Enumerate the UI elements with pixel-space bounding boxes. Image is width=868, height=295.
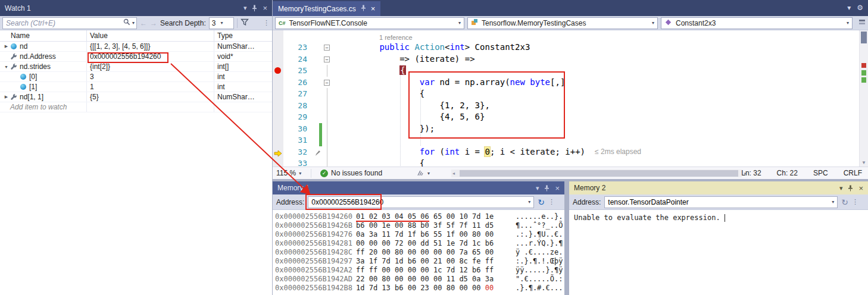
watch-value-cell[interactable]: {[[1, 2, 3], [4, 5, 6]]}: [87, 42, 214, 51]
memory1-address-combo[interactable]: ▾: [308, 196, 534, 208]
memory-row[interactable]: 0x000002556B1942AD22 00 80 00 00 00 00 1…: [275, 275, 564, 284]
code-text[interactable]: });: [333, 123, 435, 135]
code-text[interactable]: for (int i = 0; i < iterate; i++): [333, 146, 585, 158]
watch-name-cell[interactable]: [1]: [0, 82, 87, 92]
collapse-minus-icon[interactable]: −: [324, 57, 330, 62]
memory2-titlebar[interactable]: Memory 2 ▾ ×: [569, 181, 868, 194]
watch-value-cell[interactable]: {int[2]}: [87, 62, 214, 71]
watch-name-cell[interactable]: nd.Address: [0, 52, 87, 61]
search-depth-dropdown[interactable]: 3 ▾: [209, 17, 234, 29]
column-header-type[interactable]: Type: [214, 30, 272, 41]
memory-hex-bytes[interactable]: 22 00 80 00 00 00 00 11 d5 0a 3a: [356, 275, 516, 284]
scroll-left-arrow-icon[interactable]: ◂: [452, 170, 455, 177]
fold-collapse-box[interactable]: −: [322, 77, 333, 89]
memory1-titlebar[interactable]: Memory 1 ▾ ×: [273, 181, 564, 194]
document-list-chevron-icon[interactable]: ▾: [847, 4, 851, 12]
column-header-value[interactable]: Value: [87, 30, 214, 41]
perf-tip[interactable]: ≤ 2ms elapsed: [595, 146, 641, 158]
expander-collapsed-icon[interactable]: ▶: [2, 95, 10, 99]
breakpoint-indicator[interactable]: [273, 65, 283, 77]
memory1-hex-dump[interactable]: 0x000002556B19426001 02 03 04 05 06 65 0…: [273, 210, 564, 293]
editor-vertical-scrollbar[interactable]: ▼: [859, 30, 868, 167]
split-window-icon[interactable]: [858, 18, 866, 27]
expander-collapsed-icon[interactable]: ▶: [2, 44, 10, 49]
search-options-chevron-icon[interactable]: ▾: [132, 20, 135, 26]
watch-name-cell[interactable]: [0]: [0, 72, 87, 81]
memory2-content[interactable]: Unable to evaluate the expression.: [569, 210, 868, 225]
code-text[interactable]: {: [333, 65, 406, 77]
memory-hex-bytes[interactable]: 0a 3a 11 7d 1f b6 55 1f 00 80 00: [356, 230, 516, 239]
issues-indicator[interactable]: ✓ No issues found: [320, 167, 382, 179]
scroll-down-arrow-icon[interactable]: ▼: [860, 160, 868, 165]
watch-value-cell[interactable]: 3: [87, 72, 214, 81]
document-tab[interactable]: MemoryTestingCases.cs ×: [273, 1, 380, 16]
watch-row[interactable]: ▶nd{[[1, 2, 3], [4, 5, 6]]}NumShar…: [0, 42, 272, 52]
watch-value-cell[interactable]: {5}: [87, 92, 214, 102]
memory-hex-bytes[interactable]: b6 00 1e 00 88 b0 3f 5f 7f 11 d5: [356, 221, 516, 230]
watch-row[interactable]: [1]1int: [0, 82, 272, 92]
fold-collapse-box[interactable]: −: [322, 42, 333, 54]
close-icon[interactable]: ×: [263, 4, 267, 12]
fold-collapse-box[interactable]: −: [322, 54, 333, 65]
zoom-dropdown[interactable]: 115 % ▾: [276, 167, 301, 179]
search-next-icon[interactable]: →: [150, 19, 157, 27]
pin-icon[interactable]: [252, 5, 257, 12]
code-cleanup-icon[interactable]: ▾: [417, 167, 430, 179]
watch-search-box[interactable]: ▾: [2, 17, 137, 29]
window-menu-chevron-icon[interactable]: ▾: [536, 184, 539, 192]
toolbar-overflow-icon[interactable]: ⋮: [852, 198, 858, 206]
watch-titlebar[interactable]: Watch 1 ▾ ×: [0, 0, 272, 16]
watch-row[interactable]: ▼nd.strides{int[2]}int[]: [0, 62, 272, 72]
toolbar-overflow-icon[interactable]: ⋮: [548, 198, 555, 206]
refresh-icon[interactable]: ↻: [841, 197, 848, 207]
code-text[interactable]: {: [333, 158, 424, 167]
space-mode-indicator[interactable]: SPC: [813, 169, 828, 177]
window-menu-chevron-icon[interactable]: ▾: [243, 4, 247, 12]
collapse-minus-icon[interactable]: −: [324, 80, 330, 86]
close-icon[interactable]: ×: [555, 184, 560, 193]
scrollbar-thumb[interactable]: [861, 32, 867, 43]
code-text[interactable]: var nd = np.array(new byte[,]: [333, 77, 565, 89]
scrollbar-thumb[interactable]: [460, 170, 738, 177]
memory-hex-bytes[interactable]: ff ff 00 00 00 00 1c 7d 12 b6 ff: [356, 266, 516, 275]
tab-close-icon[interactable]: ×: [371, 4, 376, 13]
editor-horizontal-scrollbar[interactable]: ◂ ▸: [451, 170, 742, 177]
search-prev-icon[interactable]: ←: [140, 19, 147, 27]
memory-hex-bytes[interactable]: 1d 7d 13 b6 00 23 00 80 00 00 00: [356, 284, 516, 293]
tab-pin-icon[interactable]: [361, 5, 366, 13]
member-dropdown[interactable]: Constant2x3 ▾: [661, 17, 853, 29]
refresh-icon[interactable]: ↻: [538, 197, 545, 207]
code-area[interactable]: 1 reference23− public Action<int> Consta…: [273, 30, 859, 167]
collapse-minus-icon[interactable]: −: [324, 45, 330, 51]
watch-row[interactable]: nd.Address0x000002556b194260void*: [0, 52, 272, 62]
code-text[interactable]: {1, 2, 3},: [333, 100, 490, 112]
gear-icon[interactable]: ⚙: [857, 4, 863, 12]
type-dropdown[interactable]: Tensorflow.MemoryTestingCases ▾: [467, 17, 658, 29]
pin-icon[interactable]: [544, 185, 549, 192]
close-icon[interactable]: ×: [858, 184, 863, 193]
watch-add-row[interactable]: Add item to watch: [0, 102, 272, 112]
memory2-address-combo[interactable]: ▾: [604, 196, 838, 208]
code-text[interactable]: => (iterate) =>: [333, 54, 475, 65]
window-menu-chevron-icon[interactable]: ▾: [839, 184, 843, 192]
memory-row[interactable]: 0x000002556B19428Cff 20 00 80 00 00 00 0…: [275, 248, 564, 257]
current-statement-arrow[interactable]: [273, 146, 283, 158]
search-icon[interactable]: [123, 18, 130, 27]
code-text[interactable]: public Action<int> Constant2x3: [333, 42, 530, 54]
watch-name-cell[interactable]: ▶nd[1, 1]: [0, 92, 87, 102]
memory-row[interactable]: 0x000002556B19428100 00 00 72 00 dd 51 1…: [275, 239, 564, 248]
memory-row[interactable]: 0x000002556B1942760a 3a 11 7d 1f b6 55 1…: [275, 230, 564, 239]
search-input[interactable]: [6, 19, 121, 27]
toolbar-overflow-icon[interactable]: ⋮: [263, 19, 270, 27]
watch-row[interactable]: ▶nd[1, 1]{5}NumShar…: [0, 92, 272, 102]
line-ending-indicator[interactable]: CRLF: [844, 169, 862, 177]
memory-row[interactable]: 0x000002556B19426Bb6 00 1e 00 88 b0 3f 5…: [275, 221, 564, 230]
watch-name-cell[interactable]: Add item to watch: [0, 102, 87, 112]
watch-row[interactable]: [0]3int: [0, 72, 272, 82]
memory-row[interactable]: 0x000002556B1942B81d 7d 13 b6 00 23 00 8…: [275, 284, 564, 293]
code-text[interactable]: 1 reference: [333, 33, 413, 42]
watch-value-cell[interactable]: 1: [87, 82, 214, 92]
code-text[interactable]: {4, 5, 6}: [333, 111, 485, 123]
memory2-address-input[interactable]: [608, 198, 829, 206]
memory-row[interactable]: 0x000002556B1942A2ff ff 00 00 00 00 1c 7…: [275, 266, 564, 275]
